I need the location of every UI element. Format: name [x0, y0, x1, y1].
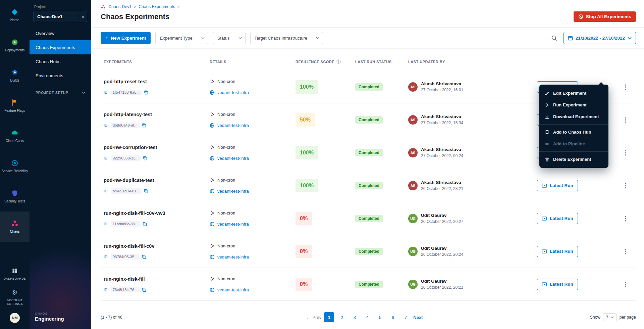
- copy-icon[interactable]: [142, 123, 146, 128]
- run-history-icon: [542, 282, 547, 287]
- infrastructure-link[interactable]: vedant-test-infra: [217, 123, 249, 128]
- nav-item-cloud-costs[interactable]: Cloud Costs: [0, 121, 30, 151]
- filter-dropdown[interactable]: Experiment Type: [155, 32, 208, 44]
- experiment-name[interactable]: run-nginx-disk-fill: [104, 276, 207, 282]
- experiment-name[interactable]: pod-http-reset-test: [104, 79, 207, 84]
- page-button[interactable]: 1: [324, 312, 334, 322]
- column-last-run-status: LAST RUN STATUS: [352, 60, 405, 64]
- experiment-name[interactable]: run-nginx-disk-fill-c0v-vw3: [104, 210, 207, 216]
- date-range-picker[interactable]: 21/10/2022 - 27/10/2022: [564, 32, 636, 44]
- infrastructure-link[interactable]: vedant-test-infra: [217, 189, 249, 194]
- next-page-button[interactable]: Next →: [413, 315, 429, 320]
- page-button[interactable]: 7: [400, 312, 411, 322]
- experiment-name[interactable]: run-nginx-disk-fill-c0v: [104, 243, 207, 249]
- row-menu-button[interactable]: ⋮: [623, 281, 629, 288]
- stop-all-experiments-button[interactable]: Stop All Experiments: [574, 11, 636, 22]
- copy-icon[interactable]: [144, 90, 148, 95]
- nav-item-home[interactable]: Home: [0, 0, 30, 30]
- menu-item-run-experiment[interactable]: Run Experiment: [539, 99, 608, 111]
- infrastructure-link[interactable]: vedant-test-infra: [217, 156, 249, 161]
- sidebar-item[interactable]: Chaos Experiments: [30, 40, 91, 54]
- copy-icon[interactable]: [144, 189, 148, 193]
- row-menu-button[interactable]: ⋮: [623, 215, 629, 222]
- column-details: DETAILS: [207, 60, 292, 64]
- updated-by-cell: UG Udit Gaurav 26 October 2022, 20:27: [405, 213, 534, 224]
- filter-dropdown[interactable]: Target Chaos Infrastructure: [250, 32, 323, 44]
- experiment-cell: run-nginx-disk-fill-c0v-vw3 ID: 11bda88c…: [101, 210, 207, 227]
- page-button[interactable]: 4: [362, 312, 372, 322]
- nav-item-deployments[interactable]: Deployments: [0, 30, 30, 60]
- page-size-select[interactable]: 7: [603, 313, 617, 321]
- infrastructure-link[interactable]: vedant-test-infra: [217, 222, 249, 227]
- menu-item-add-to-pipeline[interactable]: Add to Pipeline: [539, 138, 608, 150]
- avatar: AS: [408, 115, 418, 125]
- user-avatar[interactable]: NM: [10, 313, 20, 323]
- avatar: UG: [408, 214, 418, 223]
- user-name: Akash Shrivastava: [421, 180, 463, 185]
- menu-item-delete-experiment[interactable]: Delete Experiment: [539, 153, 608, 165]
- page-button[interactable]: 5: [375, 312, 385, 322]
- nav-item-builds[interactable]: Builds: [0, 60, 30, 91]
- latest-run-button[interactable]: Latest Run: [537, 180, 578, 191]
- details-cell: Non-cron vedant-test-infra: [207, 178, 292, 194]
- sidebar-item[interactable]: Chaos Hubs: [30, 54, 91, 68]
- row-menu-button[interactable]: ⋮: [623, 83, 629, 91]
- menu-item-download-experiment[interactable]: Download Experiment: [539, 111, 608, 123]
- search-button[interactable]: [550, 34, 559, 43]
- latest-run-button[interactable]: Latest Run: [537, 213, 578, 224]
- row-menu-button[interactable]: ⋮: [623, 182, 629, 189]
- latest-run-button[interactable]: Latest Run: [537, 279, 578, 290]
- row-menu-button[interactable]: ⋮: [623, 149, 629, 156]
- breadcrumb-link-experiments[interactable]: Chaos Experiments: [139, 4, 175, 9]
- user-name: Udit Gaurav: [421, 279, 463, 284]
- page-button[interactable]: 2: [337, 312, 347, 322]
- experiment-cell: run-nginx-disk-fill ID: 76e8f434-76...: [101, 276, 207, 292]
- run-history-icon: [542, 183, 547, 188]
- nav-item-account-settings[interactable]: ⚙ ACCOUNT SETTINGS: [0, 285, 30, 309]
- breadcrumb-link-project[interactable]: Chaos-Dev1: [108, 4, 131, 9]
- resilience-score-badge: 0%: [296, 245, 312, 258]
- id-label: ID:: [104, 255, 109, 259]
- builds-icon: [11, 68, 19, 77]
- service-reliability-icon: [11, 159, 19, 167]
- play-icon: [210, 112, 215, 117]
- infrastructure-link[interactable]: vedant-test-infra: [217, 90, 249, 95]
- copy-icon[interactable]: [142, 287, 146, 292]
- page-button[interactable]: 3: [350, 312, 360, 322]
- sidebar-item[interactable]: Overview: [30, 26, 91, 40]
- infrastructure-link[interactable]: vedant-test-infra: [217, 254, 249, 260]
- user-name: Akash Shrivastava: [421, 81, 463, 86]
- row-menu-button[interactable]: ⋮: [623, 248, 629, 255]
- nav-item-chaos[interactable]: Chaos: [0, 211, 30, 242]
- table-row: run-nginx-disk-fill-c0v ID: 93784f05-35.…: [101, 235, 636, 268]
- copy-icon[interactable]: [142, 222, 147, 226]
- nav-item-feature-flags[interactable]: Feature Flags: [0, 91, 30, 121]
- schedule-type: Non-cron: [217, 178, 235, 183]
- experiment-name[interactable]: pod-http-latency-test: [104, 112, 207, 117]
- status-cell: Completed: [352, 215, 405, 222]
- id-label: ID:: [104, 156, 109, 160]
- experiment-name[interactable]: pod-nw-duplicate-test: [104, 178, 207, 183]
- infrastructure-link[interactable]: vedant-test-infra: [217, 287, 249, 292]
- project-selector[interactable]: Chaos-Dev1 »: [34, 11, 87, 22]
- filter-dropdown[interactable]: Status: [213, 32, 246, 44]
- filter-label: Experiment Type: [160, 36, 192, 41]
- row-menu-button[interactable]: ⋮: [623, 116, 629, 124]
- nav-item-dashboards[interactable]: DASHBOARDS: [0, 262, 30, 285]
- latest-run-button[interactable]: Latest Run: [537, 246, 578, 257]
- experiment-name[interactable]: pod-nw-corruption-test: [104, 145, 207, 150]
- prev-page-button[interactable]: ← Prev: [306, 315, 322, 320]
- page-button[interactable]: 6: [388, 312, 398, 322]
- copy-icon[interactable]: [142, 254, 146, 259]
- menu-item-edit-experiment[interactable]: Edit Experiment: [539, 87, 608, 99]
- nav-item-security-tests[interactable]: Security Tests: [0, 181, 30, 211]
- nav-item-service-reliability[interactable]: Service Reliability: [0, 151, 30, 181]
- avatar: UG: [408, 247, 418, 256]
- sidebar-item[interactable]: Environments: [30, 68, 91, 83]
- details-cell: Non-cron vedant-test-infra: [207, 145, 292, 161]
- copy-icon[interactable]: [143, 156, 147, 160]
- expand-project-icon[interactable]: »: [79, 14, 84, 19]
- project-setup-toggle[interactable]: PROJECT SETUP: [30, 91, 91, 95]
- menu-item-add-to-chaos-hub[interactable]: Add to Chaos Hub: [539, 126, 608, 138]
- new-experiment-button[interactable]: + New Experiment: [101, 32, 151, 44]
